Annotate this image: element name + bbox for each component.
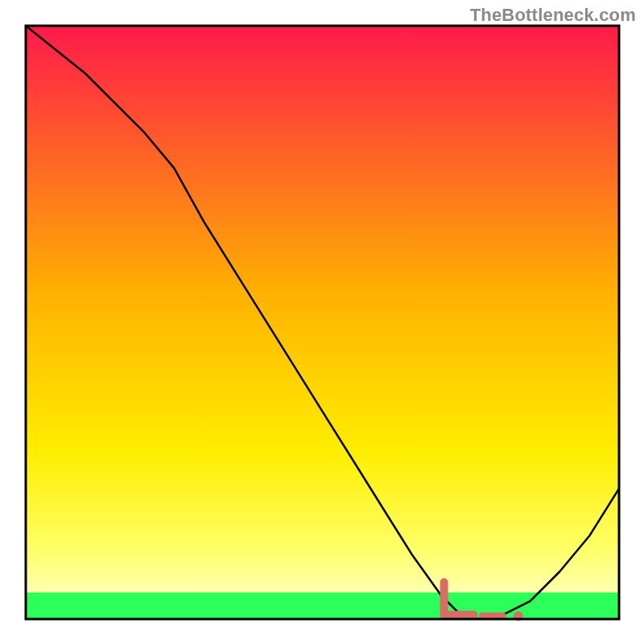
- chart-svg: [0, 0, 644, 644]
- watermark-text: TheBottleneck.com: [470, 5, 636, 26]
- chart-container: TheBottleneck.com: [0, 0, 644, 644]
- plot-background: [26, 26, 619, 619]
